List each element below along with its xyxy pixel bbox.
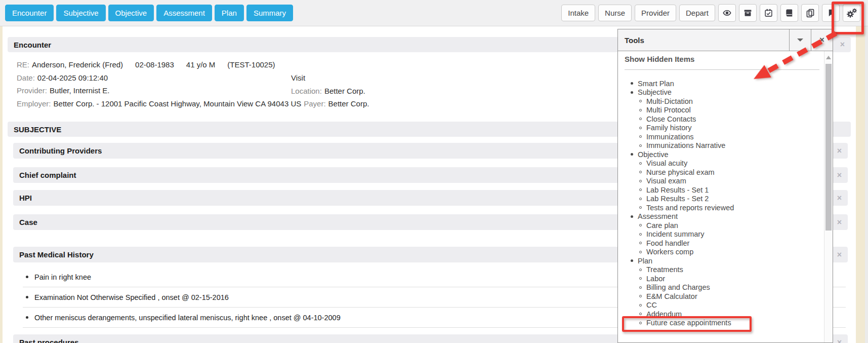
tools-item-treatments[interactable]: Treatments	[625, 265, 822, 275]
section-title: Encounter	[14, 41, 51, 49]
nav-button-subjective[interactable]: Subjective	[56, 5, 105, 21]
nav-button-encounter[interactable]: Encounter	[5, 5, 54, 21]
copy-icon	[806, 9, 815, 18]
tools-item-objective[interactable]: Objective	[625, 150, 822, 159]
scrollbar-thumb[interactable]	[825, 64, 832, 231]
tools-item-lab-results-set-2[interactable]: Lab Results - Set 2	[625, 195, 822, 204]
archive-button[interactable]	[739, 4, 757, 22]
tools-item-label: Objective	[638, 150, 668, 159]
payer-value: Better Corp.	[328, 99, 369, 108]
tools-item-close-contacts[interactable]: Close Contacts	[625, 115, 822, 124]
circle-bullet-icon	[639, 180, 642, 182]
patient-age-sex: 41 y/o M	[186, 60, 216, 69]
tools-item-label: Lab Results - Set 2	[646, 195, 709, 203]
nav-button-objective[interactable]: Objective	[108, 5, 154, 21]
location-label: Location:	[291, 86, 322, 95]
tools-item-label: E&M Calculator	[646, 292, 697, 300]
patient-name: Anderson, Frederick (Fred)	[32, 60, 123, 69]
tools-item-label: Treatments	[646, 265, 683, 274]
close-icon[interactable]: ×	[840, 41, 845, 49]
tools-item-immunizations[interactable]: Immunizations	[625, 132, 822, 141]
tools-item-visual-exam[interactable]: Visual exam	[625, 177, 822, 186]
circle-bullet-icon	[639, 144, 642, 147]
close-icon[interactable]: ×	[837, 218, 842, 226]
circle-bullet-icon	[639, 269, 642, 271]
patient-id: (TEST-10025)	[227, 60, 275, 69]
circle-bullet-icon	[639, 100, 642, 102]
tools-item-label: Tests and reports reviewed	[646, 204, 734, 212]
section-title: HPI	[19, 194, 32, 202]
tools-item-food-handler[interactable]: Food handler	[625, 239, 822, 248]
circle-bullet-icon	[639, 242, 642, 244]
close-icon[interactable]: ×	[837, 171, 842, 179]
tools-item-care-plan[interactable]: Care plan	[625, 221, 822, 230]
tools-item-label: Lab Results - Set 1	[646, 186, 709, 194]
circle-bullet-icon	[639, 233, 642, 236]
tools-item-billing-and-charges[interactable]: Billing and Charges	[625, 283, 822, 292]
tools-item-label: Billing and Charges	[646, 283, 710, 291]
nav-button-summary[interactable]: Summary	[246, 5, 293, 21]
copy-button[interactable]	[801, 4, 819, 22]
bullet-icon	[26, 276, 28, 278]
tools-panel-scrollbar[interactable]	[824, 51, 833, 342]
circle-bullet-icon	[639, 206, 642, 209]
tools-item-incident-summary[interactable]: Incident summary	[625, 230, 822, 239]
tools-item-label: Multi-Dictation	[646, 97, 693, 105]
pmh-item-text: Pain in right knee	[34, 273, 91, 281]
section-title: SUBJECTIVE	[14, 125, 61, 134]
stage-button-provider[interactable]: Provider	[635, 5, 676, 21]
tools-item-label: Smart Plan	[638, 80, 674, 88]
tools-item-labor[interactable]: Labor	[625, 274, 822, 283]
tools-item-family-history[interactable]: Family history	[625, 124, 822, 133]
top-toolbar: EncounterSubjectiveObjectiveAssessmentPl…	[0, 0, 868, 26]
provider-label: Provider:	[17, 86, 47, 95]
tools-item-smart-plan[interactable]: Smart Plan	[625, 79, 822, 88]
stage-button-nurse[interactable]: Nurse	[598, 5, 632, 21]
close-icon[interactable]: ×	[837, 251, 842, 259]
tools-item-assessment[interactable]: Assessment	[625, 212, 822, 221]
tools-item-subjective[interactable]: Subjective	[625, 88, 822, 97]
eye-button[interactable]	[718, 4, 736, 22]
tools-item-label: Immunizations	[646, 133, 693, 141]
tools-item-label: Immunizations Narrative	[646, 141, 725, 149]
close-icon[interactable]: ×	[837, 338, 842, 343]
tools-item-workers-comp[interactable]: Workers comp	[625, 248, 822, 257]
pmh-item-text: Other meniscus derangements, unspecified…	[34, 314, 341, 322]
window-scrollbar-strip[interactable]	[865, 26, 868, 343]
book-button[interactable]	[780, 4, 798, 22]
tools-item-immunizations-narrative[interactable]: Immunizations Narrative	[625, 141, 822, 150]
bullet-icon	[631, 259, 633, 262]
tools-item-multi-dictation[interactable]: Multi-Dictation	[625, 97, 822, 106]
close-icon[interactable]: ×	[837, 147, 842, 155]
nav-button-plan[interactable]: Plan	[215, 5, 244, 21]
archive-box-icon	[743, 9, 752, 17]
tools-item-nurse-physical-exam[interactable]: Nurse physical exam	[625, 168, 822, 177]
patient-dob: 02-08-1983	[135, 60, 174, 69]
calendar-button[interactable]	[760, 4, 777, 22]
close-icon[interactable]: ×	[837, 194, 842, 202]
tools-item-cc[interactable]: CC	[625, 301, 822, 310]
tools-item-lab-results-set-1[interactable]: Lab Results - Set 1	[625, 185, 822, 195]
circle-bullet-icon	[639, 251, 642, 253]
visit-type: Visit	[291, 73, 305, 82]
circle-bullet-icon	[639, 188, 642, 191]
tools-item-label: Visual acuity	[646, 159, 687, 167]
divider	[625, 69, 819, 70]
location-value: Better Corp.	[324, 86, 365, 95]
tools-item-e-m-calculator[interactable]: E&M Calculator	[625, 292, 822, 301]
re-label: RE:	[17, 60, 29, 69]
circle-bullet-icon	[639, 109, 642, 111]
scroll-up-icon[interactable]	[826, 56, 831, 59]
tools-item-label: Food handler	[646, 239, 689, 247]
stage-button-intake[interactable]: Intake	[561, 5, 595, 21]
tools-item-multi-protocol[interactable]: Multi Protocol	[625, 106, 822, 115]
tools-item-tests-and-reports-reviewed[interactable]: Tests and reports reviewed	[625, 203, 822, 212]
calendar-check-icon	[764, 9, 773, 17]
tools-item-plan[interactable]: Plan	[625, 256, 822, 265]
provider-value: Butler, Internist E.	[50, 86, 109, 95]
show-hidden-items-heading: Show Hidden Items	[625, 55, 694, 63]
nav-button-assessment[interactable]: Assessment	[156, 5, 212, 21]
tools-item-visual-acuity[interactable]: Visual acuity	[625, 159, 822, 168]
tools-item-label: Assessment	[638, 212, 678, 220]
stage-button-depart[interactable]: Depart	[679, 5, 715, 21]
